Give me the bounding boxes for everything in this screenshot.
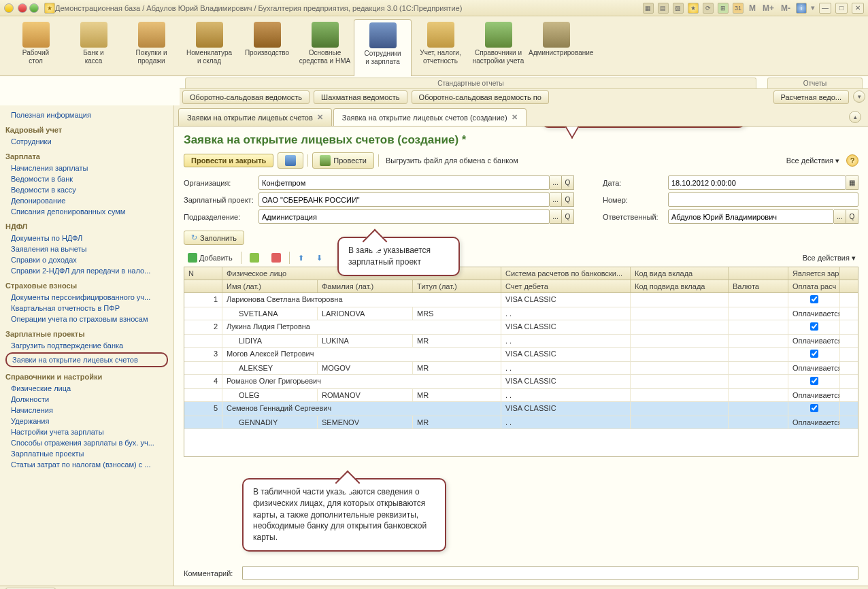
calendar-icon[interactable]: 31: [733, 3, 744, 14]
resp-search-icon[interactable]: Q: [846, 209, 858, 224]
section-desktop[interactable]: Рабочийстол: [7, 19, 65, 75]
table-row[interactable]: 3Могов Алексей ПетровичVISA CLASSIC: [184, 348, 858, 362]
close-tab-icon[interactable]: ✕: [317, 113, 323, 122]
sidebar-link[interactable]: Документы персонифицированного уч...: [5, 292, 168, 303]
favorite-star-icon[interactable]: ★: [44, 3, 55, 14]
tool-icon-3[interactable]: ▧: [673, 3, 684, 14]
row-checkbox[interactable]: [810, 404, 818, 412]
sidebar-link[interactable]: Полезная информация: [5, 110, 168, 120]
nav-forward[interactable]: [29, 3, 39, 13]
sidebar-link[interactable]: Ведомости в кассу: [5, 184, 168, 195]
org-input[interactable]: [258, 175, 550, 190]
col-kod2[interactable]: Код подвида вклада: [631, 280, 729, 292]
sidebar-link[interactable]: Списания депонированных сумм: [5, 206, 168, 217]
table-row-sub[interactable]: ALEKSEYMOGOVMR. .Оплачивается: [184, 362, 858, 375]
sidebar-link[interactable]: Должности: [5, 394, 168, 405]
section-refs[interactable]: Справочники инастройки учета: [469, 19, 527, 75]
table-row[interactable]: 2Лукина Лидия ПетровнаVISA CLASSIC: [184, 320, 858, 335]
resp-select-icon[interactable]: ...: [834, 209, 846, 224]
col-n[interactable]: N: [184, 267, 222, 280]
sidebar-link[interactable]: Начисления: [5, 405, 168, 416]
sidebar-link[interactable]: Заявки на открытие лицевых счетов: [5, 352, 168, 367]
tool-icon-1[interactable]: ▦: [643, 3, 654, 14]
sidebar-link[interactable]: Сотрудники: [5, 136, 168, 147]
all-actions-link[interactable]: Все действия ▾: [784, 156, 842, 165]
minimize-button[interactable]: —: [819, 3, 831, 14]
export-file-link[interactable]: Выгрузить файл для обмена с банком: [383, 156, 521, 165]
col-flag2[interactable]: Оплата расч: [788, 280, 840, 292]
date-input[interactable]: [668, 175, 846, 190]
close-tab-icon[interactable]: ✕: [512, 113, 518, 122]
sidebar-link[interactable]: Зарплатные проекты: [5, 448, 168, 459]
table-row[interactable]: 5Семенов Геннадий СергеевичVISA CLASSIC: [184, 402, 858, 416]
maximize-button[interactable]: □: [835, 3, 848, 14]
sidebar-link[interactable]: Удержания: [5, 416, 168, 426]
grid-all-actions[interactable]: Все действия ▾: [800, 254, 858, 263]
col-name[interactable]: Имя (лат.): [222, 280, 318, 292]
sidebar-link[interactable]: Ведомости в банк: [5, 173, 168, 184]
fill-button[interactable]: ↻ Заполнить: [184, 231, 244, 245]
mem-m[interactable]: M: [748, 3, 757, 13]
org-search-icon[interactable]: Q: [562, 175, 574, 190]
tool-icon-2[interactable]: ▤: [658, 3, 669, 14]
col-val[interactable]: Валюта: [729, 280, 788, 292]
save-button[interactable]: [278, 152, 303, 169]
table-row-sub[interactable]: OLEGROMANOVMR. .Оплачивается: [184, 389, 858, 402]
proj-search-icon[interactable]: Q: [562, 192, 574, 207]
col-sys[interactable]: Система расчетов по банковски...: [501, 267, 631, 280]
submenu-item[interactable]: Расчетная ведо...: [773, 90, 850, 104]
sidebar-link[interactable]: Физические лица: [5, 383, 168, 394]
sidebar-link[interactable]: Заявления на вычеты: [5, 243, 168, 254]
post-and-close-button[interactable]: Провести и закрыть: [184, 154, 273, 167]
proj-select-icon[interactable]: ...: [550, 192, 562, 207]
sidebar-link[interactable]: Депонирование: [5, 195, 168, 206]
move-up-button[interactable]: ⬆: [294, 252, 308, 264]
sidebar-link[interactable]: Справки о доходах: [5, 254, 168, 265]
info-icon[interactable]: i: [796, 3, 807, 14]
submenu-more-icon[interactable]: ▾: [853, 90, 865, 103]
table-row-sub[interactable]: LIDIYALUKINAMR. .Оплачивается: [184, 335, 858, 348]
calc-icon[interactable]: ⊞: [718, 3, 729, 14]
close-button[interactable]: ✕: [852, 3, 864, 14]
sidebar-link[interactable]: Справки 2-НДФЛ для передачи в нало...: [5, 265, 168, 276]
submenu-item[interactable]: Оборотно-сальдовая ведомость: [182, 90, 310, 104]
sidebar-link[interactable]: Квартальная отчетность в ПФР: [5, 303, 168, 314]
section-assets[interactable]: Основныесредства и НМА: [296, 19, 354, 75]
doc-tab-active[interactable]: Заявка на открытие лицевых счетов (созда…: [333, 108, 527, 126]
section-production[interactable]: Производство: [238, 19, 296, 75]
sidebar-link[interactable]: Операции учета по страховым взносам: [5, 314, 168, 324]
sidebar-link[interactable]: Начисления зарплаты: [5, 163, 168, 173]
col-tit[interactable]: Титул (лат.): [413, 280, 501, 292]
col-flag[interactable]: Является зар: [788, 267, 840, 280]
sidebar-link[interactable]: Загрузить подтверждение банка: [5, 340, 168, 351]
section-bank[interactable]: Банк икасса: [65, 19, 122, 75]
proj-input[interactable]: [258, 192, 550, 207]
delete-row-button[interactable]: [267, 252, 285, 264]
doc-tab[interactable]: Заявки на открытие лицевых счетов ✕: [178, 108, 332, 126]
date-picker-icon[interactable]: ▦: [846, 175, 858, 190]
section-nomenclature[interactable]: Номенклатураи склад: [180, 19, 238, 75]
table-row[interactable]: 4Романов Олег ГригорьевичVISA CLASSIC: [184, 375, 858, 389]
row-checkbox[interactable]: [810, 377, 818, 385]
section-admin[interactable]: Администрирование: [527, 19, 585, 75]
add-row-button[interactable]: Добавить: [184, 252, 237, 264]
row-checkbox[interactable]: [810, 295, 818, 303]
help-icon[interactable]: ?: [846, 154, 858, 167]
sidebar-link[interactable]: Способы отражения зарплаты в бух. уч...: [5, 437, 168, 448]
dept-input[interactable]: [258, 209, 550, 224]
post-button[interactable]: Провести: [312, 152, 374, 169]
copy-row-button[interactable]: [246, 252, 263, 264]
sidebar-link[interactable]: Настройки учета зарплаты: [5, 426, 168, 437]
submenu-item[interactable]: Шахматная ведомость: [314, 90, 407, 104]
col-val-blank[interactable]: [729, 267, 788, 280]
dept-search-icon[interactable]: Q: [562, 209, 574, 224]
num-input[interactable]: [668, 192, 858, 207]
comment-input[interactable]: [242, 566, 858, 580]
col-fam[interactable]: Фамилия (лат.): [318, 280, 413, 292]
sidebar-link[interactable]: Статьи затрат по налогам (взносам) с ...: [5, 459, 168, 470]
submenu-item[interactable]: Оборотно-сальдовая ведомость по: [412, 90, 549, 104]
section-sales[interactable]: Покупки ипродажи: [122, 19, 180, 75]
sidebar-link[interactable]: Документы по НДФЛ: [5, 233, 168, 243]
row-checkbox[interactable]: [810, 350, 818, 358]
section-tax[interactable]: Учет, налоги,отчетность: [412, 19, 469, 75]
